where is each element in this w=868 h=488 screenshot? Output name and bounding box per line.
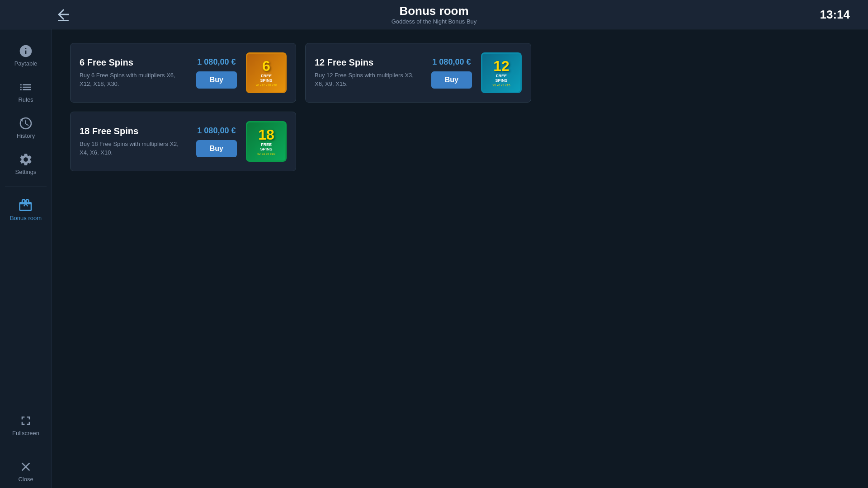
page-subtitle: Goddess of the Night Bonus Buy	[392, 18, 477, 25]
bonus-desc-18-free-spins: Buy 18 Free Spins with multipliers X2, X…	[80, 140, 187, 156]
sidebar-label-fullscreen: Fullscreen	[12, 430, 39, 436]
header: Bonus room Goddess of the Night Bonus Bu…	[0, 0, 868, 29]
info-icon	[19, 44, 33, 58]
bonus-title-6-free-spins: 6 Free Spins	[80, 57, 187, 68]
sidebar-divider	[5, 187, 46, 187]
bonus-card-6-free-spins: 6 Free Spins Buy 6 Free Spins with multi…	[70, 43, 296, 103]
bonus-title-12-free-spins: 12 Free Spins	[315, 57, 422, 68]
bonus-price-buy-18-free-spins: 1 080,00 € Buy	[196, 126, 237, 157]
bonus-room-icon	[19, 198, 33, 213]
history-icon	[19, 116, 33, 131]
bonus-price-buy-6-free-spins: 1 080,00 € Buy	[196, 57, 237, 89]
back-button[interactable]	[54, 5, 72, 23]
sidebar-divider-2	[5, 448, 46, 448]
bonus-info-12-free-spins: 12 Free Spins Buy 12 Free Spins with mul…	[315, 57, 422, 88]
bonus-num-6-free-spins: 6	[262, 59, 270, 73]
bonus-icon-inner-12-free-spins: 12 FREESPINS x3 x6 x9 x15	[482, 54, 520, 92]
rules-icon	[19, 80, 33, 94]
bonus-info-6-free-spins: 6 Free Spins Buy 6 Free Spins with multi…	[80, 57, 187, 88]
fullscreen-icon	[19, 413, 33, 428]
sidebar-item-rules[interactable]: Rules	[0, 75, 52, 108]
bonus-title-18-free-spins: 18 Free Spins	[80, 126, 187, 136]
bonus-num-18-free-spins: 18	[258, 127, 274, 142]
bonus-mults-12-free-spins: x3 x6 x9 x15	[492, 84, 510, 87]
bonus-price-12-free-spins: 1 080,00 €	[432, 57, 471, 67]
settings-icon	[19, 152, 33, 167]
sidebar-label-bonusroom: Bonus room	[10, 215, 42, 221]
sidebar-item-history[interactable]: History	[0, 111, 52, 145]
bonus-info-18-free-spins: 18 Free Spins Buy 18 Free Spins with mul…	[80, 126, 187, 156]
bonus-cards-grid: 6 Free Spins Buy 6 Free Spins with multi…	[70, 43, 540, 171]
buy-button-18-free-spins[interactable]: Buy	[196, 140, 237, 157]
bonus-icon-label-12-free-spins: FREESPINS	[495, 74, 507, 83]
sidebar-item-paytable[interactable]: Paytable	[0, 38, 52, 72]
bonus-icon-6-free-spins: 6 FREESPINS x6 x12 x18 x30	[246, 52, 287, 93]
bonus-num-12-free-spins: 12	[493, 59, 509, 73]
bonus-icon-label-18-free-spins: FREESPINS	[260, 143, 272, 152]
bonus-icon-inner-18-free-spins: 18 FREESPINS x2 x4 x6 x10	[247, 122, 285, 160]
bonus-icon-18-free-spins: 18 FREESPINS x2 x4 x6 x10	[246, 121, 287, 162]
bonus-mults-18-free-spins: x2 x4 x6 x10	[257, 152, 275, 155]
svg-rect-0	[58, 20, 69, 21]
close-icon	[19, 460, 33, 474]
content-area: 6 Free Spins Buy 6 Free Spins with multi…	[52, 29, 868, 488]
bonus-icon-inner-6-free-spins: 6 FREESPINS x6 x12 x18 x30	[247, 54, 285, 92]
sidebar-label-settings: Settings	[15, 169, 37, 175]
buy-button-12-free-spins[interactable]: Buy	[431, 71, 472, 89]
bonus-price-18-free-spins: 1 080,00 €	[197, 126, 236, 136]
bonus-mults-6-free-spins: x6 x12 x18 x30	[255, 84, 277, 87]
header-title-block: Bonus room Goddess of the Night Bonus Bu…	[392, 4, 477, 25]
header-time: 13:14	[820, 8, 850, 22]
buy-button-6-free-spins[interactable]: Buy	[196, 71, 237, 89]
bonus-desc-6-free-spins: Buy 6 Free Spins with multipliers X6, X1…	[80, 71, 187, 88]
sidebar-label-close: Close	[18, 476, 33, 483]
sidebar-item-bonusroom[interactable]: Bonus room	[0, 193, 52, 227]
sidebar-item-close[interactable]: Close	[0, 454, 52, 488]
back-icon	[54, 5, 72, 23]
sidebar-label-paytable: Paytable	[14, 60, 38, 67]
page-title: Bonus room	[392, 4, 477, 18]
sidebar-label-rules: Rules	[18, 96, 33, 103]
bonus-price-6-free-spins: 1 080,00 €	[197, 57, 236, 67]
sidebar-label-history: History	[17, 132, 35, 139]
bonus-icon-12-free-spins: 12 FREESPINS x3 x6 x9 x15	[481, 52, 522, 93]
bonus-price-buy-12-free-spins: 1 080,00 € Buy	[431, 57, 472, 89]
bonus-desc-12-free-spins: Buy 12 Free Spins with multipliers X3, X…	[315, 71, 422, 88]
sidebar-item-settings[interactable]: Settings	[0, 147, 52, 181]
bonus-card-12-free-spins: 12 Free Spins Buy 12 Free Spins with mul…	[305, 43, 531, 103]
bonus-card-18-free-spins: 18 Free Spins Buy 18 Free Spins with mul…	[70, 112, 296, 171]
main-layout: Paytable Rules History Settings	[0, 29, 868, 488]
bonus-icon-label-6-free-spins: FREESPINS	[260, 74, 272, 83]
sidebar: Paytable Rules History Settings	[0, 29, 52, 488]
sidebar-item-fullscreen[interactable]: Fullscreen	[0, 408, 52, 442]
